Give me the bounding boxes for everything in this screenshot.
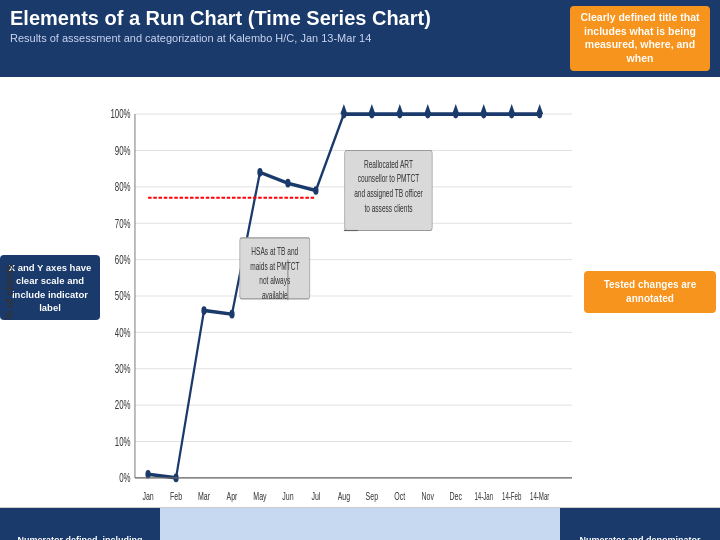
svg-text:May: May	[253, 488, 266, 501]
svg-text:60%: 60%	[115, 251, 131, 266]
svg-point-42	[285, 178, 290, 187]
svg-text:14-Feb: 14-Feb	[502, 490, 522, 502]
svg-text:Jun: Jun	[282, 488, 293, 501]
right-annotation: Tested changes are annotated	[580, 77, 720, 507]
svg-text:Dec: Dec	[450, 488, 463, 501]
chart-svg: 100% 90% 80% 70% 60% 50% 40% 30% 20% 10%…	[100, 85, 572, 507]
chart-area: 100% 90% 80% 70% 60% 50% 40% 30% 20% 10%…	[100, 77, 580, 507]
svg-point-43	[313, 186, 318, 195]
svg-point-39	[201, 306, 206, 315]
svg-marker-59	[536, 103, 543, 113]
svg-text:14-Mar: 14-Mar	[530, 490, 550, 502]
page-title: Elements of a Run Chart (Time Series Cha…	[10, 6, 431, 30]
svg-text:HSAs at TB and: HSAs at TB and	[251, 245, 298, 257]
svg-text:Aug: Aug	[338, 488, 350, 501]
bottom-left-callout: Numerator defined, including data source…	[0, 508, 160, 540]
svg-text:0%: 0%	[119, 470, 131, 485]
y-axis-label: % of clients	[4, 264, 15, 320]
svg-text:maids at PMTCT: maids at PMTCT	[250, 260, 300, 272]
main-area: X and Y axes have clear scale and includ…	[0, 77, 720, 507]
svg-text:Reallocated ART: Reallocated ART	[364, 158, 413, 170]
svg-point-40	[229, 309, 234, 318]
svg-text:Jan: Jan	[142, 488, 153, 501]
svg-text:Feb: Feb	[170, 488, 182, 501]
svg-text:counsellor to PMTCT: counsellor to PMTCT	[358, 172, 420, 184]
svg-marker-52	[340, 103, 347, 113]
svg-text:14-Jan: 14-Jan	[474, 490, 493, 502]
top-right-callout: Clearly defined title that includes what…	[570, 6, 710, 71]
svg-text:100%: 100%	[110, 106, 130, 121]
axes-label-box: X and Y axes have clear scale and includ…	[0, 255, 100, 320]
svg-marker-58	[508, 103, 515, 113]
bottom-right-callout: Numerator and denominator values shown f…	[560, 508, 720, 540]
svg-marker-55	[424, 103, 431, 113]
svg-text:80%: 80%	[115, 179, 131, 194]
svg-text:10%: 10%	[115, 433, 131, 448]
svg-text:available: available	[262, 289, 288, 301]
svg-text:Mar: Mar	[198, 488, 211, 501]
svg-text:70%: 70%	[115, 215, 131, 230]
svg-point-41	[257, 168, 262, 177]
page: Elements of a Run Chart (Time Series Cha…	[0, 0, 720, 540]
left-annotation: X and Y axes have clear scale and includ…	[0, 77, 100, 507]
right-callout-box: Tested changes are annotated	[584, 271, 716, 313]
bottom-center-callout: Denominator defined, including data sour…	[160, 508, 560, 540]
svg-text:Jul: Jul	[311, 488, 320, 501]
svg-text:50%: 50%	[115, 288, 131, 303]
page-subtitle: Results of assessment and categorization…	[10, 32, 431, 44]
svg-text:90%: 90%	[115, 142, 131, 157]
svg-text:40%: 40%	[115, 324, 131, 339]
svg-marker-53	[368, 103, 375, 113]
svg-text:not always: not always	[259, 274, 290, 286]
bottom-section: Numerator defined, including data source…	[0, 507, 720, 540]
svg-text:Sep: Sep	[366, 488, 378, 501]
svg-text:Oct: Oct	[394, 488, 405, 501]
svg-text:and assigned TB officer: and assigned TB officer	[354, 187, 423, 199]
svg-text:Nov: Nov	[422, 488, 435, 501]
svg-marker-57	[480, 103, 487, 113]
svg-text:to assess clients: to assess clients	[364, 201, 412, 213]
svg-text:30%: 30%	[115, 361, 131, 376]
svg-text:20%: 20%	[115, 397, 131, 412]
header: Elements of a Run Chart (Time Series Cha…	[0, 0, 720, 77]
svg-text:Apr: Apr	[227, 488, 238, 501]
svg-marker-54	[396, 103, 403, 113]
svg-marker-56	[452, 103, 459, 113]
